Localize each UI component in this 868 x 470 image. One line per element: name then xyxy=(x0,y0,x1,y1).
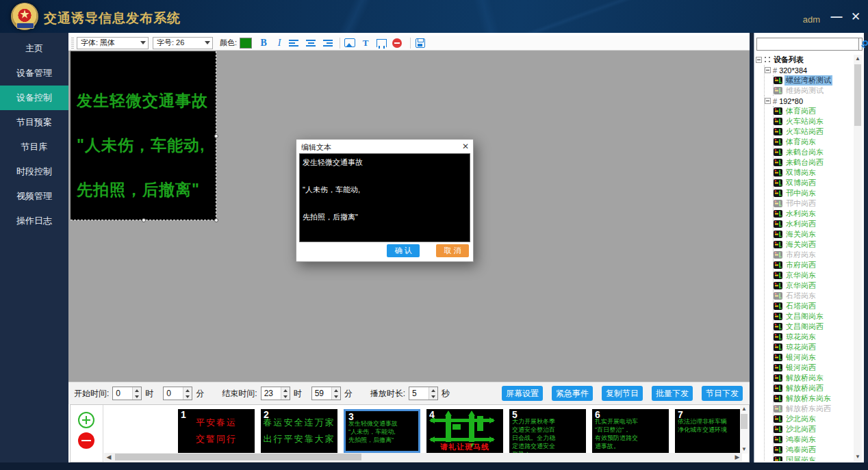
bold-button[interactable]: B xyxy=(257,37,270,49)
italic-button[interactable]: I xyxy=(273,37,285,49)
tree-vertical-scrollbar[interactable]: ▲ ▼ xyxy=(854,55,862,461)
device-item[interactable]: 琼花岗西 xyxy=(774,342,856,352)
duration-stepper[interactable]: 5 xyxy=(409,387,438,400)
device-item[interactable]: 文昌阁岗西 xyxy=(774,322,856,332)
device-item[interactable]: 京华岗东 xyxy=(774,270,856,280)
device-item[interactable]: 国展岗东 xyxy=(774,455,856,461)
insert-image-button[interactable] xyxy=(344,37,356,49)
end-minute-stepper[interactable]: 59 xyxy=(311,387,341,400)
device-search-input[interactable] xyxy=(756,38,859,51)
marquee-button[interactable] xyxy=(375,37,387,49)
resize-handle-corner[interactable] xyxy=(214,218,218,222)
align-right-button[interactable] xyxy=(320,37,333,49)
device-item[interactable]: 沙北岗西 xyxy=(774,424,856,434)
playlist-vertical-scrollbar[interactable]: ▲ ▼ xyxy=(740,405,748,454)
sidebar-item-时段控制[interactable]: 时段控制 xyxy=(0,159,68,184)
stepper-up[interactable] xyxy=(281,387,290,393)
remove-program-button[interactable] xyxy=(78,432,94,449)
device-item[interactable]: 银河岗东 xyxy=(774,352,856,363)
close-button[interactable]: ✕ xyxy=(847,10,864,25)
scroll-up-arrow[interactable]: ▲ xyxy=(740,405,748,413)
device-item[interactable]: 双博岗西 xyxy=(774,178,856,188)
device-item[interactable]: 石塔岗西 xyxy=(774,301,856,311)
color-swatch[interactable] xyxy=(240,38,252,49)
stepper-down[interactable] xyxy=(183,393,192,400)
resize-handle-bottom[interactable] xyxy=(142,218,146,222)
program-thumbnail-3[interactable]: 3发生轻微交通事故"人未伤，车能动,先拍照，后撤离" xyxy=(344,409,420,453)
action-button-批量下发[interactable]: 批量下发 xyxy=(652,386,693,401)
action-button-复制节目[interactable]: 复制节目 xyxy=(602,386,643,401)
font-family-combo[interactable]: 字体: 黑体 xyxy=(77,37,149,49)
sidebar-item-节目库[interactable]: 节目库 xyxy=(0,135,68,159)
device-item[interactable]: 鸿泰岗东 xyxy=(774,434,856,445)
scroll-right-arrow[interactable]: ▶ xyxy=(732,453,742,461)
device-item[interactable]: 维扬岗测试 xyxy=(774,86,856,96)
scroll-left-arrow[interactable]: ◀ xyxy=(104,453,114,461)
device-item[interactable]: 水利岗东 xyxy=(774,209,856,219)
device-item[interactable]: 市府岗东 xyxy=(774,250,856,260)
action-button-节目下发[interactable]: 节目下发 xyxy=(702,386,743,401)
device-item[interactable]: 琼花岗东 xyxy=(774,332,856,342)
tree-root[interactable]: 设备列表 xyxy=(756,55,856,65)
collapse-icon[interactable] xyxy=(756,57,762,63)
stepper-up[interactable] xyxy=(133,387,141,393)
collapse-icon[interactable] xyxy=(765,67,771,73)
program-thumbnail-6[interactable]: 6扎实开展电动车"百日整治"，有效预防道路交通事故。 xyxy=(592,409,669,453)
sidebar-item-节目预案[interactable]: 节目预案 xyxy=(0,110,68,135)
end-hour-stepper[interactable]: 23 xyxy=(261,387,290,400)
action-button-紧急事件[interactable]: 紧急事件 xyxy=(552,386,593,401)
program-thumbnail-7[interactable]: 7依法治理非标车辆净化城市交通环境 xyxy=(675,409,742,453)
device-item[interactable]: 双博岗东 xyxy=(774,168,856,178)
stepper-up[interactable] xyxy=(332,387,340,393)
device-item[interactable]: 体育岗东 xyxy=(774,137,856,147)
device-item[interactable]: 解放桥岗东 xyxy=(774,373,856,383)
device-item[interactable]: 火车站岗东 xyxy=(774,116,856,127)
save-button[interactable] xyxy=(414,37,426,49)
device-item[interactable]: 鸿泰岗西 xyxy=(774,445,856,455)
sidebar-item-设备控制[interactable]: 设备控制 xyxy=(0,86,68,110)
cancel-button[interactable]: 取 消 xyxy=(436,244,469,257)
stepper-up[interactable] xyxy=(183,387,192,393)
program-thumbnail-1[interactable]: 1平安春运交警同行 xyxy=(178,409,255,453)
device-item[interactable]: 来鹤台岗东 xyxy=(774,147,856,157)
sidebar-item-设备管理[interactable]: 设备管理 xyxy=(0,61,68,86)
playlist-horizontal-scrollbar[interactable]: ◀ ▶ xyxy=(104,453,742,461)
device-item[interactable]: 螺丝湾桥测试 xyxy=(774,75,856,86)
device-item[interactable]: 解放桥岗西 xyxy=(774,383,856,393)
stepper-up[interactable] xyxy=(429,387,437,393)
align-left-button[interactable] xyxy=(289,37,301,49)
tree-group-192*80[interactable]: #192*80 xyxy=(765,96,856,106)
device-item[interactable]: 文昌阁岗东 xyxy=(774,311,856,322)
confirm-button[interactable]: 确 认 xyxy=(387,244,420,257)
stepper-down[interactable] xyxy=(133,393,141,400)
sidebar-item-操作日志[interactable]: 操作日志 xyxy=(0,209,68,233)
collapse-icon[interactable] xyxy=(765,98,771,104)
start-hour-stepper[interactable]: 0 xyxy=(112,387,142,400)
stepper-down[interactable] xyxy=(429,393,437,400)
program-thumbnail-2[interactable]: 2春运安全连万家出行平安靠大家 xyxy=(261,409,337,453)
device-item[interactable]: 石塔岗东 xyxy=(774,291,856,301)
resize-handle-right[interactable] xyxy=(214,134,218,138)
scroll-down-arrow[interactable]: ▼ xyxy=(854,453,862,461)
scroll-up-arrow[interactable]: ▲ xyxy=(854,55,862,63)
font-size-combo[interactable]: 字号: 26 xyxy=(153,37,213,49)
device-search-button[interactable] xyxy=(859,38,863,51)
device-item[interactable]: 水利岗西 xyxy=(774,219,856,229)
program-thumbnail-5[interactable]: 5大力开展秋冬季交通安全整治百日会战。全力稳定道路交通安全形势！ xyxy=(509,409,586,453)
edit-textarea[interactable]: 发生轻微交通事故"人未伤，车能动,先拍照，后撤离" xyxy=(299,153,470,242)
device-item[interactable]: 银河岗西 xyxy=(774,363,856,373)
led-preview[interactable]: 发生轻微交通事故"人未伤，车能动,先拍照，后撤离" xyxy=(71,51,216,220)
device-item[interactable]: 邗中岗西 xyxy=(774,198,856,209)
device-item[interactable]: 市府岗西 xyxy=(774,260,856,270)
scrollbar-thumb[interactable] xyxy=(115,454,361,460)
dialog-close-icon[interactable]: ✕ xyxy=(462,142,469,151)
scrollbar-thumb[interactable] xyxy=(854,64,861,126)
stepper-down[interactable] xyxy=(332,393,340,400)
device-item[interactable]: 京华岗西 xyxy=(774,280,856,291)
clear-button[interactable] xyxy=(391,37,403,49)
device-item[interactable]: 解放桥东岗西 xyxy=(774,404,856,414)
stepper-down[interactable] xyxy=(281,393,290,400)
sidebar-item-视频管理[interactable]: 视频管理 xyxy=(0,184,68,209)
minimize-button[interactable]: — xyxy=(828,10,845,25)
scrollbar-thumb[interactable] xyxy=(741,414,748,429)
